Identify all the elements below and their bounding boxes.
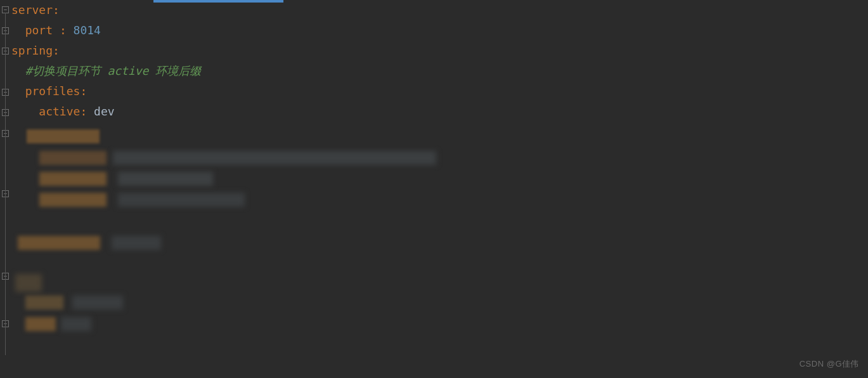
code-line[interactable]: spring: xyxy=(11,41,868,61)
yaml-colon: : xyxy=(53,44,60,57)
yaml-key: port xyxy=(25,23,60,37)
yaml-colon: : xyxy=(60,23,74,37)
code-line[interactable]: active: dev xyxy=(11,101,868,122)
yaml-key: server xyxy=(11,3,53,16)
indent xyxy=(11,23,25,37)
yaml-key: spring xyxy=(11,44,53,57)
code-line[interactable]: profiles: xyxy=(11,81,868,101)
yaml-colon: : xyxy=(53,3,60,16)
yaml-comment-em: active xyxy=(107,64,148,77)
yaml-key: profiles xyxy=(25,84,81,98)
yaml-colon: : xyxy=(80,84,87,98)
watermark: CSDN @G佳伟 xyxy=(800,354,859,374)
code-line[interactable]: port : 8014 xyxy=(11,20,868,41)
indent xyxy=(11,105,39,118)
yaml-comment: 环境后缀 xyxy=(148,64,201,77)
code-editor[interactable]: server: port : 8014 spring: #切换项目环节 acti… xyxy=(0,0,868,378)
yaml-colon: : xyxy=(80,105,94,118)
gutter[interactable] xyxy=(0,0,11,378)
code-area[interactable]: server: port : 8014 spring: #切换项目环节 acti… xyxy=(11,0,868,378)
yaml-comment: #切换项目环节 xyxy=(25,64,108,77)
indent xyxy=(11,84,25,98)
code-line[interactable]: server: xyxy=(11,0,868,20)
fold-guide-line xyxy=(5,13,6,355)
yaml-number: 8014 xyxy=(74,23,101,37)
code-line[interactable]: #切换项目环节 active 环境后缀 xyxy=(11,61,868,81)
yaml-value: dev xyxy=(94,105,115,118)
indent xyxy=(11,64,25,77)
yaml-key: active xyxy=(39,105,80,118)
